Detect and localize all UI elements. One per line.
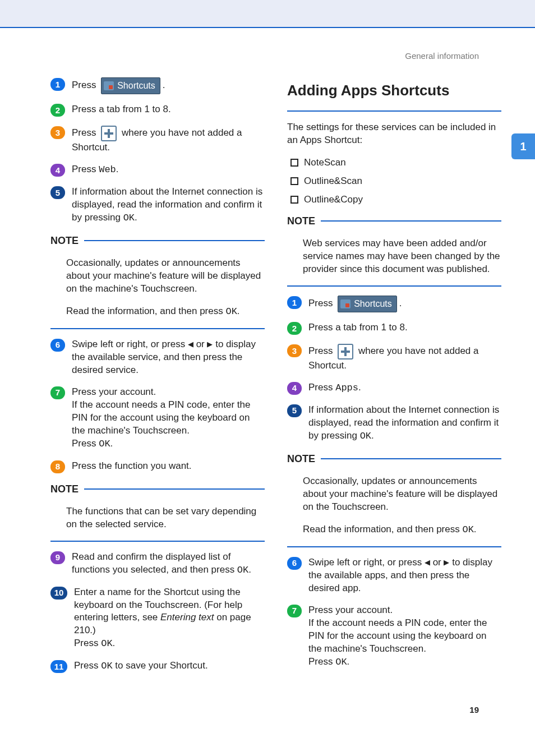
text: Press the function you want.	[72, 460, 265, 473]
note-rule	[84, 240, 265, 241]
text: Press	[72, 128, 99, 139]
shortcuts-label: Shortcuts	[354, 298, 392, 310]
text: Press	[74, 660, 101, 671]
note-rule	[321, 458, 501, 459]
step-badge: 5	[50, 186, 65, 199]
section-rule	[287, 110, 501, 112]
step-badge: 4	[287, 382, 302, 395]
mono-text: OK	[360, 431, 371, 441]
note-heading: NOTE	[287, 452, 501, 465]
step-badge: 1	[287, 296, 302, 309]
list-item: Outline&Scan	[290, 175, 501, 188]
note-rule	[50, 541, 265, 542]
link-text[interactable]: Entering text	[160, 612, 214, 623]
text: .	[110, 438, 113, 449]
note-text: The functions that can be set vary depen…	[66, 505, 265, 531]
step-11: 11 Press OK to save your Shortcut.	[50, 660, 265, 673]
step-badge: 4	[50, 164, 65, 177]
bullet-list: NoteScan Outline&Scan Outline&Copy	[290, 156, 501, 206]
note-text: Occasionally, updates or announcements a…	[66, 257, 265, 296]
shortcuts-button-icon: Shortcuts	[338, 296, 397, 312]
right-arrow-icon: ▶	[207, 340, 213, 348]
step-9: 9 Read and confirm the displayed list of…	[50, 551, 265, 577]
side-chapter-tab: 1	[511, 133, 535, 159]
note-rule	[287, 546, 501, 547]
note-text: Read the information, and then press	[66, 306, 225, 316]
plus-icon	[338, 344, 353, 359]
text: Press	[72, 438, 99, 449]
text: Press	[72, 80, 99, 91]
text: Press a tab from 1 to 8.	[308, 321, 501, 334]
mono-text: OK	[99, 439, 110, 449]
step-badge: 3	[287, 344, 302, 357]
text: .	[116, 164, 119, 174]
left-arrow-icon: ◀	[425, 558, 430, 566]
text: Press	[72, 164, 99, 174]
mono-text: OK	[123, 213, 135, 223]
step-4: 4 Press Apps.	[287, 381, 501, 395]
step-4: 4 Press Web.	[50, 163, 265, 177]
step-badge: 1	[50, 78, 65, 91]
text: Outline&Scan	[304, 175, 362, 188]
text: Press your account.	[308, 605, 393, 615]
step-3: 3 Press where you have not added a Short…	[287, 344, 501, 372]
step-badge: 9	[50, 551, 65, 564]
step-10: 10 Enter a name for the Shortcut using t…	[50, 586, 265, 651]
step-badge: 7	[50, 386, 65, 399]
text: .	[474, 524, 477, 534]
text: Press	[308, 298, 335, 309]
list-item: NoteScan	[290, 156, 501, 169]
step-8: 8 Press the function you want.	[50, 460, 265, 473]
mono-text: OK	[101, 661, 112, 671]
step-badge: 3	[50, 126, 65, 139]
text: Press	[308, 346, 335, 357]
left-column: 1 Press Shortcuts . 2 Press a tab from 1…	[50, 77, 265, 682]
header-running-title: General information	[50, 50, 501, 62]
text: Swipe left or right, or press	[308, 557, 425, 568]
text: Read and confirm the displayed list of f…	[72, 551, 237, 575]
note-rule	[84, 488, 265, 490]
step-badge: 5	[287, 404, 302, 417]
text: If the account needs a PIN code, enter t…	[72, 399, 250, 436]
note-heading: NOTE	[50, 234, 265, 247]
text: .	[237, 306, 240, 316]
right-column: Adding Apps Shortcuts The settings for t…	[287, 77, 501, 682]
step-2: 2 Press a tab from 1 to 8.	[50, 103, 265, 117]
shortcuts-icon	[340, 299, 350, 308]
square-bullet-icon	[290, 177, 298, 185]
text: .	[248, 564, 251, 575]
step-7: 7 Press your account. If the account nee…	[287, 604, 501, 669]
step-6: 6 Swipe left or right, or press ◀ or ▶ t…	[287, 556, 501, 595]
text: If the account needs a PIN code, enter t…	[308, 617, 487, 654]
step-badge: 10	[50, 587, 67, 600]
header-strip	[0, 0, 535, 28]
plus-icon	[101, 126, 117, 141]
section-title: Adding Apps Shortcuts	[287, 81, 501, 100]
shortcuts-label: Shortcuts	[117, 80, 155, 92]
note-title: NOTE	[50, 234, 79, 247]
text: to save your Shortcut.	[113, 660, 208, 671]
shortcuts-button-icon: Shortcuts	[101, 77, 160, 94]
step-5: 5 If information about the Internet conn…	[50, 186, 265, 225]
text: Press a tab from 1 to 8.	[72, 103, 265, 116]
square-bullet-icon	[290, 196, 298, 204]
page-number: 19	[50, 704, 501, 716]
note-rule	[321, 220, 501, 222]
text: If information about the Internet connec…	[72, 186, 262, 223]
step-badge: 6	[50, 339, 65, 352]
intro-text: The settings for these services can be i…	[287, 121, 501, 147]
step-1: 1 Press Shortcuts .	[287, 296, 501, 312]
text: .	[358, 382, 361, 393]
list-item: Outline&Copy	[290, 193, 501, 206]
step-badge: 7	[287, 605, 302, 617]
left-arrow-icon: ◀	[188, 340, 193, 348]
mono-text: OK	[225, 306, 237, 317]
text: .	[113, 638, 116, 648]
note-rule	[287, 285, 501, 287]
note-heading: NOTE	[50, 482, 265, 496]
note-title: NOTE	[287, 214, 315, 228]
note-heading: NOTE	[287, 214, 501, 228]
text: Press	[308, 382, 335, 393]
shortcuts-icon	[104, 81, 114, 90]
note-text: Web services may have been added and/or …	[303, 237, 501, 276]
